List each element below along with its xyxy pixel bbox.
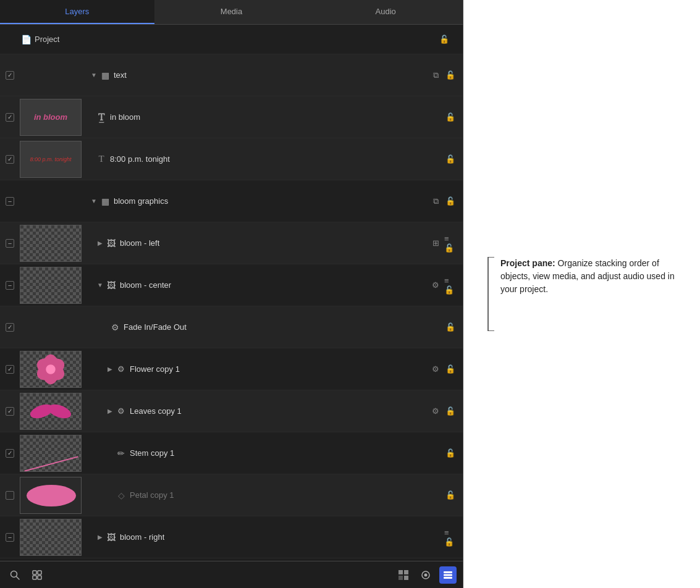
layer-name: bloom - left <box>120 238 159 248</box>
callout-label: Project pane: <box>500 258 555 268</box>
expand-arrow[interactable]: ▶ <box>95 532 105 542</box>
svg-rect-9 <box>38 571 41 574</box>
layer-row[interactable]: in bloom ▶ T̲ in bloom 🔓 <box>0 96 463 138</box>
layer-checkbox[interactable] <box>6 71 14 80</box>
settings-button[interactable] <box>417 566 434 584</box>
layer-content: ▶ ⚙ Flower copy 1 <box>85 363 429 376</box>
expand-arrow[interactable]: ▶ <box>105 364 115 374</box>
layer-checkbox[interactable] <box>6 113 14 122</box>
lock-icon[interactable]: 🔓 <box>444 69 457 82</box>
expand-arrow[interactable]: ▶ <box>95 238 105 248</box>
checkbox-area[interactable] <box>0 407 20 416</box>
right-icons: 🔓 <box>444 321 463 334</box>
right-icons: 🔓 <box>444 111 463 124</box>
layer-content: ▶ 🖼 bloom - left <box>85 237 429 250</box>
checkbox-area[interactable] <box>0 449 20 458</box>
layer-content: ▶ ◇ Petal copy 1 <box>85 489 444 502</box>
svg-rect-8 <box>33 571 36 574</box>
checkbox-area[interactable] <box>0 239 20 248</box>
checkbox-area[interactable] <box>0 323 20 332</box>
expand-arrow[interactable]: ▶ <box>105 406 115 416</box>
layers-button[interactable] <box>439 566 457 584</box>
layer-checkbox[interactable] <box>6 239 14 248</box>
layer-row[interactable]: ▼ ▦ text ⧉ 🔓 <box>0 54 463 96</box>
right-panel: Project pane: Organize stacking order of… <box>463 0 700 588</box>
layer-row[interactable]: ▶ ⚙ Flower copy 1 ⚙ 🔓 <box>0 348 463 390</box>
tab-audio[interactable]: Audio <box>308 0 463 24</box>
layer-row[interactable]: 8:00 p.m. tonight ▶ T 8:00 p.m. tonight … <box>0 138 463 180</box>
stack-lock-icon[interactable]: ≡🔓 <box>444 237 457 250</box>
layer-thumbnail <box>20 351 82 388</box>
layer-checkbox[interactable] <box>6 449 14 458</box>
gear-icon[interactable]: ⚙ <box>429 405 442 418</box>
bottom-left-tools <box>6 566 46 584</box>
svg-rect-15 <box>404 576 408 580</box>
layer-name: Flower copy 1 <box>130 364 180 374</box>
layer-thumbnail: 8:00 p.m. tonight <box>20 141 82 178</box>
layer-row[interactable]: ⚙ Fade In/Fade Out 🔓 <box>0 306 463 348</box>
svg-rect-20 <box>444 577 452 579</box>
svg-rect-13 <box>404 570 408 574</box>
layer-content: ⚙ Fade In/Fade Out <box>89 321 444 334</box>
expand-arrow[interactable]: ▼ <box>89 196 99 206</box>
layer-checkbox[interactable] <box>6 281 14 290</box>
project-right-icons: 🔓 <box>438 33 457 46</box>
replicator-icon: ⚙ <box>115 405 127 418</box>
gear-icon[interactable]: ⚙ <box>429 363 442 376</box>
expand-arrow[interactable]: ▼ <box>89 70 99 80</box>
checkbox-area[interactable] <box>0 155 20 164</box>
layout-button[interactable] <box>28 566 46 584</box>
layer-content: ▶ T̲ in bloom <box>85 111 444 124</box>
layer-checkbox[interactable] <box>6 365 14 374</box>
project-icon: 📄 <box>20 33 32 46</box>
layer-row[interactable]: ▼ ▦ bloom graphics ⧉ 🔓 <box>0 180 463 222</box>
checkbox-area[interactable] <box>0 533 20 542</box>
stack-icon[interactable]: ⊞ <box>429 237 442 250</box>
checkbox-area[interactable] <box>0 491 20 500</box>
tab-media[interactable]: Media <box>154 0 309 24</box>
layer-content: ▶ ⚙ Leaves copy 1 <box>85 405 429 418</box>
checkbox-area[interactable] <box>0 113 20 122</box>
layer-checkbox[interactable] <box>6 155 14 164</box>
lock-icon[interactable]: 🔓 <box>444 111 457 124</box>
search-button[interactable] <box>6 566 23 584</box>
layer-content: ▼ ▦ text <box>89 69 429 82</box>
layer-thumbnail <box>20 435 82 472</box>
layer-row[interactable]: ▶ ◇ Petal copy 1 🔓 <box>0 474 463 516</box>
layer-checkbox[interactable] <box>6 491 14 500</box>
expand-arrow[interactable]: ▼ <box>95 280 105 290</box>
layer-row[interactable]: ▶ 🖼 bloom - right ≡🔓 <box>0 516 463 558</box>
lock-icon[interactable]: 🔓 <box>444 363 457 376</box>
layer-row[interactable]: ▶ ⚙ Leaves copy 1 ⚙ 🔓 <box>0 390 463 432</box>
layer-row[interactable]: ▶ 🖼 bloom - left ⊞ ≡🔓 <box>0 222 463 264</box>
grid-button[interactable] <box>395 566 412 584</box>
stack-icon[interactable]: ⧉ <box>429 195 442 208</box>
lock-icon[interactable]: 🔓 <box>444 195 457 208</box>
svg-rect-12 <box>398 570 403 574</box>
tab-layers[interactable]: Layers <box>0 0 154 24</box>
layer-row[interactable]: ▶ ✏ Stem copy 1 🔓 <box>0 432 463 474</box>
layer-checkbox[interactable] <box>6 197 14 206</box>
project-row[interactable]: 📄 Project 🔓 <box>0 25 463 54</box>
stack-icon[interactable]: ⧉ <box>429 69 442 82</box>
layer-content: ▼ ▦ bloom graphics <box>89 195 429 208</box>
checkbox-area[interactable] <box>0 365 20 374</box>
layer-checkbox[interactable] <box>6 533 14 542</box>
stack-lock-icon[interactable]: ≡🔓 <box>444 279 457 292</box>
replicator-icon: ⚙ <box>115 363 127 376</box>
layer-checkbox[interactable] <box>6 407 14 416</box>
lock-icon[interactable]: 🔓 <box>444 405 457 418</box>
project-lock-icon[interactable]: 🔓 <box>438 33 450 46</box>
lock-icon[interactable]: 🔓 <box>444 447 457 460</box>
checkbox-area[interactable] <box>0 71 20 80</box>
layer-checkbox[interactable] <box>6 323 14 332</box>
lock-icon[interactable]: 🔓 <box>444 153 457 166</box>
gear-icon[interactable]: ⚙ <box>429 279 442 292</box>
lock-icon[interactable]: 🔓 <box>444 489 457 502</box>
checkbox-area[interactable] <box>0 281 20 290</box>
lock-icon[interactable]: 🔓 <box>444 321 457 334</box>
layer-row[interactable]: ▼ 🖼 bloom - center ⚙ ≡🔓 <box>0 264 463 306</box>
layer-content: ▶ 🖼 bloom - right <box>85 531 444 544</box>
stack-lock-icon[interactable]: ≡🔓 <box>444 531 457 544</box>
checkbox-area[interactable] <box>0 197 20 206</box>
